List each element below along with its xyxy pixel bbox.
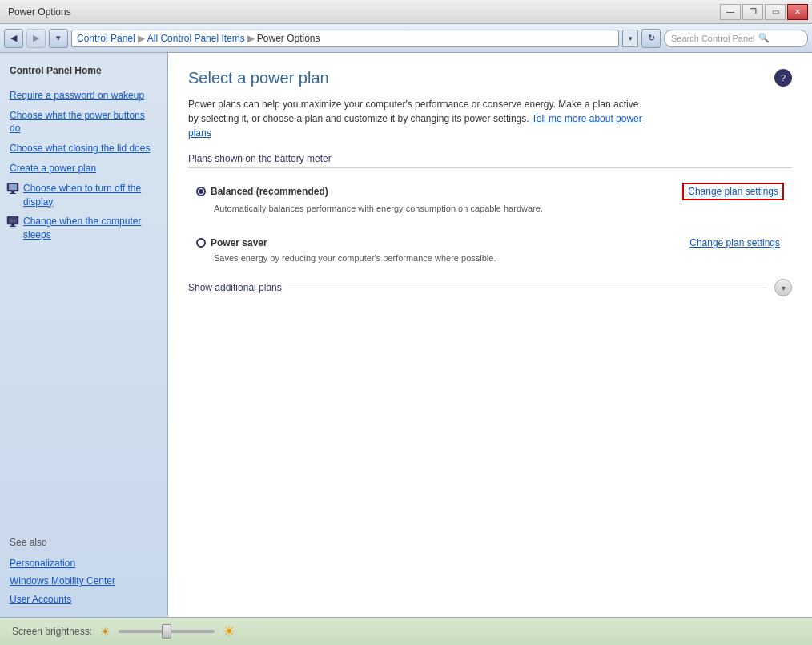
search-placeholder: Search Control Panel [671, 34, 755, 43]
intro-text: Power plans can help you maximize your c… [188, 97, 645, 140]
plan-power-saver-header: Power saver Change plan settings [196, 236, 784, 250]
plan-power-saver-radio[interactable] [196, 238, 206, 248]
address-dropdown[interactable]: ▾ [622, 30, 638, 47]
change-plan-balanced-link[interactable]: Change plan settings [682, 183, 784, 200]
svg-rect-2 [11, 191, 14, 193]
address-path: Control Panel ▶ All Control Panel Items … [71, 30, 619, 47]
sidebar-item-create-plan[interactable]: Create a power plan [0, 159, 167, 179]
change-plan-power-saver-link[interactable]: Change plan settings [685, 236, 784, 250]
monitor-icon [6, 183, 19, 196]
section-header: Plans shown on the battery meter [188, 153, 792, 168]
sidebar-item-computer-sleeps[interactable]: z z Change when the computer sleeps [0, 212, 167, 245]
plan-power-saver: Power saver Change plan settings Saves e… [188, 229, 792, 269]
search-icon: 🔍 [758, 33, 770, 43]
plan-power-saver-name: Power saver [211, 237, 267, 248]
plan-balanced-name: Balanced (recommended) [211, 186, 328, 197]
brightness-label: Screen brightness: [12, 626, 92, 637]
window-controls: — ❐ ▭ ✕ [720, 4, 808, 20]
plan-balanced: Balanced (recommended) Change plan setti… [188, 176, 792, 220]
bottom-bar: Screen brightness: ☀ ☀ [0, 617, 812, 645]
breadcrumb-power-options: Power Options [257, 33, 320, 44]
svg-rect-3 [10, 193, 16, 194]
restore-button[interactable]: ❐ [742, 4, 763, 20]
content-area: ? Select a power plan Power plans can he… [168, 53, 812, 617]
plan-balanced-name-row: Balanced (recommended) [196, 186, 328, 197]
sleep-icon: z z [6, 216, 19, 228]
help-button[interactable]: ? [774, 69, 792, 87]
sidebar-item-turn-off-display[interactable]: Choose when to turn off the display [0, 179, 167, 212]
brightness-slider[interactable] [119, 630, 215, 633]
svg-rect-6 [11, 224, 14, 226]
forward-button[interactable]: ▶ [26, 29, 46, 48]
minimize-button[interactable]: — [720, 4, 741, 20]
show-additional-plans-label: Show additional plans [188, 282, 282, 293]
refresh-button[interactable]: ↻ [641, 29, 661, 48]
plan-balanced-radio[interactable] [196, 187, 206, 196]
back-button[interactable]: ◀ [4, 29, 23, 48]
svg-rect-7 [10, 226, 16, 227]
breadcrumb-control-panel[interactable]: Control Panel [77, 33, 135, 44]
main-area: Control Panel Home Require a password on… [0, 53, 812, 617]
plan-power-saver-name-row: Power saver [196, 237, 267, 248]
dropdown-button[interactable]: ▾ [49, 29, 68, 48]
expand-plans-button[interactable]: ▾ [774, 279, 792, 296]
page-title: Select a power plan [188, 69, 792, 87]
see-also-label: See also [0, 530, 167, 554]
slider-thumb[interactable] [162, 624, 171, 639]
sidebar: Control Panel Home Require a password on… [0, 53, 168, 617]
plan-balanced-desc: Automatically balances performance with … [214, 204, 784, 213]
sidebar-home[interactable]: Control Panel Home [0, 61, 167, 81]
search-box[interactable]: Search Control Panel 🔍 [664, 30, 808, 47]
sun-large-icon: ☀ [223, 623, 235, 640]
breadcrumb-all-items[interactable]: All Control Panel Items [147, 33, 245, 44]
sidebar-footer: Personalization Windows Mobility Center … [0, 554, 167, 609]
sidebar-item-power-buttons[interactable]: Choose what the power buttons do [0, 106, 167, 139]
address-bar: ◀ ▶ ▾ Control Panel ▶ All Control Panel … [0, 24, 812, 53]
maximize-button[interactable]: ▭ [765, 4, 786, 20]
sidebar-item-closing-lid[interactable]: Choose what closing the lid does [0, 139, 167, 159]
plan-balanced-header: Balanced (recommended) Change plan setti… [196, 183, 784, 200]
plan-power-saver-desc: Saves energy by reducing your computer's… [214, 253, 784, 263]
sidebar-item-mobility-center[interactable]: Windows Mobility Center [10, 572, 158, 591]
show-additional-plans-row: Show additional plans ▾ [188, 279, 792, 296]
sidebar-item-user-accounts[interactable]: User Accounts [10, 591, 158, 609]
title-bar: Power Options — ❐ ▭ ✕ [0, 0, 812, 24]
close-button[interactable]: ✕ [787, 4, 808, 20]
sidebar-item-require-password[interactable]: Require a password on wakeup [0, 86, 167, 106]
show-plans-divider [288, 288, 768, 288]
svg-rect-1 [9, 184, 17, 190]
sun-small-icon: ☀ [100, 625, 111, 638]
svg-text:z z: z z [10, 218, 16, 223]
window-title: Power Options [8, 6, 71, 18]
sidebar-item-personalization[interactable]: Personalization [10, 554, 158, 573]
